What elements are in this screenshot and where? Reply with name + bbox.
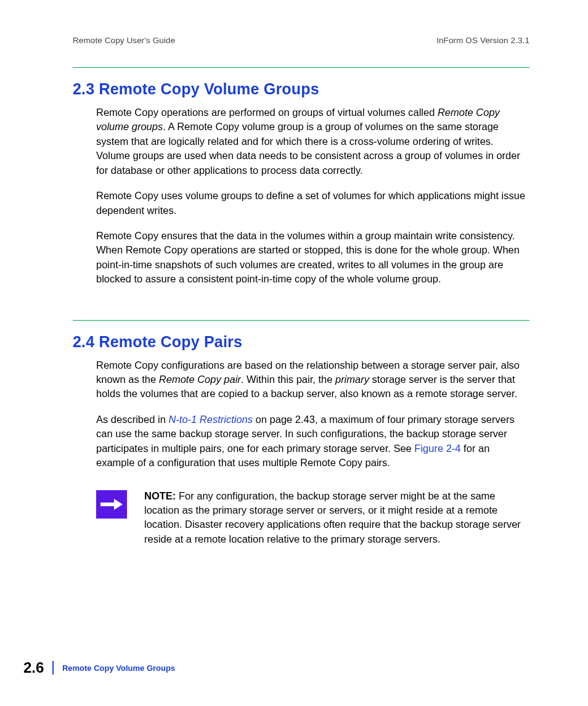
heading-2-4: 2.4 Remote Copy Pairs (73, 333, 529, 351)
link-nto1-restrictions[interactable]: N-to-1 Restrictions (168, 414, 253, 425)
section-rule (73, 320, 529, 321)
svg-marker-1 (114, 499, 123, 510)
note-text: NOTE: For any configuration, the backup … (144, 489, 529, 547)
heading-2-3: 2.3 Remote Copy Volume Groups (73, 80, 529, 98)
page-header: Remote Copy User's Guide InForm OS Versi… (73, 36, 529, 45)
paragraph: Remote Copy operations are performed on … (96, 105, 529, 178)
note-arrow-icon (96, 490, 127, 519)
section-rule (73, 67, 529, 68)
link-figure-2-4[interactable]: Figure 2-4 (414, 443, 460, 454)
term-primary: primary (335, 374, 369, 385)
header-version: InForm OS Version 2.3.1 (436, 36, 529, 45)
text: Remote Copy operations are performed on … (96, 107, 438, 118)
paragraph: As described in N-to-1 Restrictions on p… (96, 413, 529, 470)
note-block: NOTE: For any configuration, the backup … (96, 489, 529, 547)
section-2-3-body: Remote Copy operations are performed on … (96, 105, 529, 287)
document-page: Remote Copy User's Guide InForm OS Versi… (0, 0, 588, 706)
page-footer: 2.6 Remote Copy Volume Groups (23, 659, 175, 676)
text: . Within this pair, the (241, 374, 335, 385)
footer-divider (52, 661, 54, 675)
paragraph: Remote Copy ensures that the data in the… (96, 229, 529, 287)
paragraph: Remote Copy uses volume groups to define… (96, 189, 529, 218)
note-body: For any configuration, the backup storag… (144, 490, 521, 544)
footer-page-number: 2.6 (23, 659, 52, 676)
note-label: NOTE: (144, 490, 176, 501)
paragraph: Remote Copy configurations are based on … (96, 358, 529, 401)
term-remote-copy-pair: Remote Copy pair (159, 374, 241, 385)
footer-section-title: Remote Copy Volume Groups (62, 663, 175, 673)
header-doc-title: Remote Copy User's Guide (73, 36, 175, 45)
svg-rect-0 (100, 503, 114, 506)
text: As described in (96, 414, 168, 425)
section-2-4-body: Remote Copy configurations are based on … (96, 358, 529, 470)
